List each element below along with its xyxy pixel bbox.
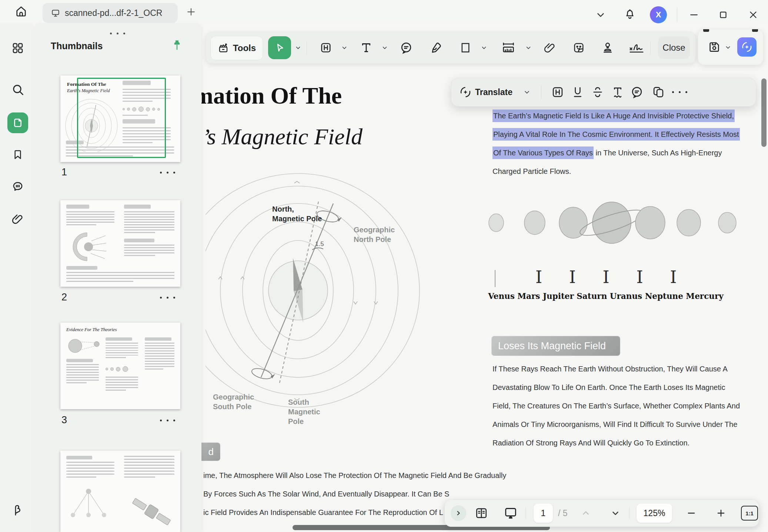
page-total: / 5: [558, 508, 568, 518]
page-number-input[interactable]: [534, 508, 553, 519]
minimize-icon: [688, 9, 699, 20]
sidebar-item-attachments[interactable]: [7, 209, 28, 229]
text-icon: [360, 41, 373, 54]
selected-text[interactable]: The Earth’s Magnetic Field Is Like A Hug…: [492, 110, 735, 122]
highlight-tool-dropdown[interactable]: [341, 44, 348, 51]
page-icon: [12, 117, 24, 129]
highlight-selection-button[interactable]: [551, 85, 565, 99]
squiggly-underline-button[interactable]: [611, 85, 625, 99]
thumbnails-panel: Thumbnails Formation Of The Earth's Magn…: [33, 23, 201, 532]
next-page-button[interactable]: [611, 508, 620, 518]
viewport-indicator[interactable]: [77, 78, 166, 158]
selected-text[interactable]: Of The Various Types Of Rays: [492, 147, 594, 159]
thumbnail-page-3[interactable]: Evidence For The Theories: [60, 323, 180, 409]
attach-file-button[interactable]: [539, 37, 561, 58]
actual-size-button[interactable]: 1:1: [741, 506, 758, 521]
titlebar: scanned-pd...df-2-1_OCR X: [0, 0, 768, 23]
shape-tool-dropdown[interactable]: [481, 44, 487, 51]
maximize-button[interactable]: [717, 8, 730, 21]
save-button[interactable]: [708, 40, 721, 54]
home-button[interactable]: [14, 4, 28, 18]
paragraph-2: If These Rays Reach The Earth Without Ob…: [492, 360, 740, 452]
chevron-down-icon: [381, 44, 388, 51]
expand-panel-button[interactable]: [451, 505, 466, 521]
copy-selection-button[interactable]: [651, 85, 665, 99]
zoom-level-box[interactable]: 125%: [637, 504, 672, 523]
measure-tool-dropdown[interactable]: [525, 44, 532, 51]
thumbnail-3-more-button[interactable]: [160, 420, 175, 421]
close-label: Close: [662, 43, 685, 53]
save-dropdown[interactable]: [725, 44, 731, 51]
magnetic-field-diagram: [206, 172, 465, 413]
translate-dropdown[interactable]: [523, 88, 531, 96]
signature-tool-button[interactable]: [626, 37, 647, 58]
page-number-box[interactable]: [534, 504, 553, 523]
underline-selection-button[interactable]: [571, 85, 585, 99]
thumbnail-1-more-button[interactable]: [160, 172, 175, 174]
thumbnail-page-2[interactable]: [60, 200, 180, 287]
stamp-tool-button[interactable]: [597, 37, 618, 58]
selected-text[interactable]: Playing A Vital Role In The Cosmic Envir…: [492, 128, 740, 141]
select-tool-dropdown[interactable]: [295, 44, 301, 51]
sidebar-item-thumbnails[interactable]: [7, 112, 28, 133]
translate-label[interactable]: Translate: [475, 87, 512, 97]
zoom-out-button[interactable]: [686, 508, 697, 518]
underline-icon: [571, 85, 585, 99]
comment-selection-button[interactable]: [630, 85, 644, 99]
shape-tool-button[interactable]: [455, 37, 476, 58]
ai-assistant-button[interactable]: [737, 37, 757, 57]
marker-tool-button[interactable]: [425, 37, 447, 58]
label-south-magnetic-pole: South Magnetic Pole: [288, 397, 320, 426]
chevron-down-icon: [481, 44, 487, 51]
zoom-in-button[interactable]: [716, 508, 726, 518]
strikethrough-selection-button[interactable]: [591, 85, 605, 99]
previous-page-button[interactable]: [581, 508, 591, 518]
sidebar-item-comments[interactable]: [7, 176, 28, 197]
notifications-button[interactable]: [623, 7, 637, 21]
chevron-down-icon: [725, 44, 731, 51]
two-page-view-icon: [474, 506, 488, 520]
sidebar-item-bookmarks[interactable]: [7, 144, 28, 165]
avatar[interactable]: X: [650, 6, 667, 23]
thumb-network-diagram: [66, 486, 111, 523]
sidebar-item-search[interactable]: [7, 79, 28, 100]
grid-icon: [11, 42, 24, 54]
ruler-icon: [501, 40, 516, 55]
more-options-button[interactable]: [672, 91, 687, 93]
maximize-icon: [718, 9, 729, 20]
signature-icon: [628, 40, 645, 55]
sticker-tool-button[interactable]: [568, 37, 590, 58]
comment-tool-button[interactable]: [395, 37, 417, 58]
cursor-icon: [274, 42, 285, 53]
close-icon: [748, 9, 759, 20]
chevron-down-icon: [611, 508, 620, 518]
panel-title: Thumbnails: [51, 41, 103, 51]
new-tab-button[interactable]: [185, 6, 197, 18]
comment-bubble-icon: [630, 85, 644, 99]
translate-button[interactable]: [459, 85, 472, 99]
thumbnail-page-1[interactable]: Formation Of The Earth's Magnetic Field: [60, 75, 180, 162]
document-tab-icon: [51, 8, 60, 18]
chevron-right-icon: [454, 509, 463, 517]
minus-icon: [686, 508, 697, 518]
tools-button[interactable]: Tools: [210, 36, 263, 60]
thumbnail-2-more-button[interactable]: [160, 297, 175, 299]
text-tool-dropdown[interactable]: [381, 44, 388, 51]
close-window-button[interactable]: [747, 8, 760, 21]
sidebar-item-grid[interactable]: [7, 38, 28, 58]
pin-panel-button[interactable]: [171, 39, 183, 52]
thumbnail-1-number: 1: [61, 166, 67, 178]
text-tool-button[interactable]: [355, 37, 377, 58]
minimize-button[interactable]: [687, 8, 701, 21]
collapse-toolbar-button[interactable]: [594, 8, 607, 21]
highlight-tool-button[interactable]: [315, 37, 337, 58]
thumbnail-page-4[interactable]: [60, 451, 180, 532]
select-tool-button[interactable]: [268, 36, 291, 59]
measure-tool-button[interactable]: [498, 37, 519, 58]
presentation-mode-button[interactable]: [503, 506, 518, 521]
panel-drag-handle[interactable]: [110, 33, 125, 34]
vertical-scrollbar-thumb[interactable]: [761, 78, 767, 147]
close-editing-button[interactable]: Close: [658, 37, 690, 59]
document-tab[interactable]: scanned-pd...df-2-1_OCR: [43, 3, 178, 23]
page-layout-button[interactable]: [474, 506, 488, 520]
